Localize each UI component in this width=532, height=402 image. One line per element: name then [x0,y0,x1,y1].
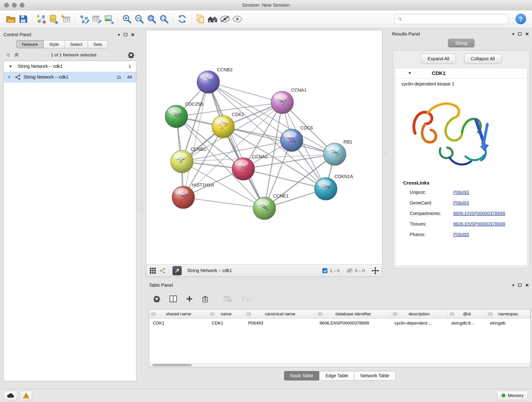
network-edge[interactable] [183,82,208,197]
network-collection-row[interactable]: ▼ String Network – cdk1 1 [4,61,136,72]
table-cell[interactable]: stringdb:9... [448,319,486,328]
open-in-browser-button[interactable] [172,266,182,275]
splitter-handle[interactable] [385,153,388,155]
column-header-shared-name[interactable]: shared name [149,309,208,318]
open-session-button[interactable] [5,13,17,26]
network-node-CCNB2[interactable]: CCNB2 [197,67,233,93]
expand-all-networks-button[interactable] [13,52,19,57]
panel-menu-icon[interactable]: ▾ [118,32,120,37]
network-edge[interactable] [208,82,264,208]
horizontal-scrollbar[interactable] [149,363,530,367]
network-node-RB1[interactable]: RB1 [323,139,352,166]
column-header-description[interactable]: description [391,309,448,318]
table-cell[interactable]: cyclin-dependent ... [391,319,448,328]
image-export-icon [104,14,114,24]
panel-menu-icon[interactable]: ▾ [512,32,514,37]
tab-select[interactable]: Select [64,40,88,48]
network-row-selected[interactable]: String Network – cdk1 11 48 [4,72,136,83]
tab-node-table[interactable]: Node Table [284,371,320,380]
gene-section-header[interactable]: ▼ CDK1 [395,68,527,79]
table-row[interactable]: CDK1CDK1P064939606.ENSP00000378699cyclin… [149,319,530,328]
close-window-button[interactable] [4,3,9,7]
tab-sets[interactable]: Sets [88,40,108,48]
hide-selected-button[interactable] [219,13,231,26]
network-canvas[interactable]: CCNB2CCNA1CDC25BCDK1CDC6RB1CCNB1CCNA2CDK… [146,30,382,264]
float-panel-icon[interactable] [124,33,127,36]
create-column-button[interactable] [186,295,193,302]
crosslink-link[interactable]: P06493 [453,190,469,195]
zoom-selected-button[interactable] [158,13,170,26]
column-header-canonical-name[interactable]: canonical name [244,309,316,318]
panel-menu-icon[interactable]: ▾ [512,283,514,288]
network-edge[interactable] [183,197,264,208]
cloud-status-button[interactable] [4,391,17,400]
import-network-file-button[interactable] [35,13,47,26]
tab-network-table[interactable]: Network Table [354,371,395,380]
warnings-button[interactable] [20,391,32,400]
table-cell[interactable]: 9606.ENSP00000378699 [316,319,391,328]
float-panel-icon[interactable] [518,283,522,287]
fit-content-button[interactable] [372,267,379,274]
table-options-button[interactable] [153,295,160,303]
table-cell[interactable]: stringdb [486,319,530,328]
results-tab-string[interactable]: String [448,39,475,47]
collapse-all-button[interactable]: Collapse All [464,54,501,64]
import-network-database-button[interactable] [47,13,60,26]
table-cell[interactable]: CDK1 [208,319,244,328]
search-input[interactable] [404,17,506,22]
save-session-button[interactable] [17,13,29,26]
network-node-CCNB1[interactable]: CCNB1 [171,147,206,173]
refresh-button[interactable] [176,13,188,26]
network-node-HIST1H1A[interactable]: HIST1H1A [172,182,214,209]
tab-edge-table[interactable]: Edge Table [319,371,355,380]
close-panel-icon[interactable]: × [131,32,134,37]
tab-network[interactable]: Network [16,40,44,48]
help-button[interactable]: ? [515,14,526,24]
home-button[interactable] [206,13,219,26]
float-panel-icon[interactable] [518,32,522,36]
close-panel-icon[interactable]: × [525,283,529,287]
table-cell[interactable]: P06493 [244,319,316,328]
minimize-window-button[interactable] [12,3,17,7]
column-header-name[interactable]: name [208,309,244,318]
string-view-button[interactable] [159,268,166,274]
collapse-all-networks-button[interactable] [5,52,11,57]
birds-eye-view-button[interactable] [149,267,156,274]
import-table-file-button[interactable] [60,13,72,26]
close-panel-icon[interactable]: × [525,32,529,36]
database-import-icon [49,14,59,24]
tab-style[interactable]: Style [44,40,65,48]
network-node-CCNA1[interactable]: CCNA1 [271,88,307,114]
crosslink-link[interactable]: 9606.ENSP00000378699 [453,221,505,227]
splitter-handle[interactable] [140,207,143,210]
network-node-CDK1[interactable]: CDK1 [212,112,244,138]
selected-checkbox-icon[interactable] [322,268,327,273]
zoom-window-button[interactable] [20,3,25,7]
copy-button[interactable] [194,13,206,26]
network-graph[interactable]: CCNB2CCNA1CDC25BCDK1CDC6RB1CCNB1CCNA2CDK… [146,30,382,264]
zoom-out-button[interactable] [133,13,146,26]
export-network-button[interactable] [78,13,90,26]
export-table-button[interactable] [90,13,103,26]
delete-column-button[interactable] [202,295,208,303]
show-graphics-details-button[interactable] [231,13,244,26]
crosslink-link[interactable]: P06493 [453,200,469,206]
expand-all-button[interactable]: Expand All [421,54,456,64]
column-header-database-identifier[interactable]: database identifier [316,309,391,318]
tree-expand-icon[interactable]: ▼ [9,64,12,69]
zoom-in-button[interactable] [121,13,133,26]
column-header--id[interactable]: @id [448,309,486,318]
column-header-namespac[interactable]: namespac [486,309,530,318]
show-columns-button[interactable] [170,295,177,302]
crosslink-link[interactable]: 9606.ENSP00000378699 [453,211,505,216]
zoom-fit-button[interactable] [146,13,158,26]
section-collapse-icon[interactable]: ▼ [408,71,412,76]
search-box[interactable] [394,14,509,24]
export-image-button[interactable] [103,13,115,26]
crosslink-link[interactable]: P06493 [453,232,469,237]
memory-button[interactable]: Memory [497,391,528,400]
network-options-button[interactable] [128,51,134,58]
scrollbar-thumb[interactable] [152,364,192,366]
splitter-handle[interactable] [338,279,341,281]
table-cell[interactable]: CDK1 [149,319,208,328]
